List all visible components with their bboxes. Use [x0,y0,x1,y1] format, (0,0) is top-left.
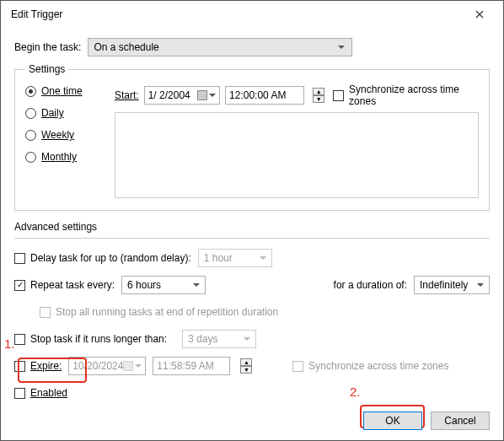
delay-select: 1 hour [198,249,272,267]
expire-time-input[interactable]: 11:58:59 AM [153,357,230,375]
expire-sync-check: Synchronize across time zones [292,360,448,372]
annotation-1: 1. [4,336,15,351]
checkbox-icon [40,307,51,318]
delay-check[interactable]: Delay task for up to (random delay): [14,252,191,264]
stop-longer-check[interactable]: Stop task if it runs longer than: [14,333,167,345]
titlebar: Edit Trigger [1,1,503,28]
repeat-select[interactable]: 6 hours [121,276,206,294]
stop-longer-select: 3 days [182,330,256,348]
start-date-value: 1/ 2/2004 [148,89,190,101]
enabled-check[interactable]: Enabled [14,387,67,399]
expire-time-value: 11:58:59 AM [157,360,213,372]
checkbox-icon [14,253,25,264]
expire-time-spinner[interactable]: ▲ ▼ [240,358,252,374]
radio-onetime-label: One time [41,85,83,97]
sync-timezones-check[interactable]: Synchronize across time zones [333,83,479,107]
radio-icon [25,86,36,97]
close-icon [475,10,484,19]
spin-up-icon[interactable]: ▲ [240,358,252,366]
stop-running-label: Stop all running tasks at end of repetit… [56,306,278,318]
stop-longer-label: Stop task if it runs longer than: [30,333,167,345]
spin-up-icon[interactable]: ▲ [313,88,324,95]
radio-daily[interactable]: Daily [25,107,101,119]
ok-button[interactable]: OK [363,411,422,430]
radio-icon [25,152,36,163]
settings-group: Settings One time Daily Weekly Monthly S… [14,63,490,211]
spin-down-icon[interactable]: ▼ [313,95,324,103]
expire-sync-label: Synchronize across time zones [308,360,448,372]
cancel-button[interactable]: Cancel [431,411,490,430]
duration-select[interactable]: Indefinitely [414,276,490,294]
radio-weekly-label: Weekly [41,129,74,141]
radio-icon [25,130,36,141]
calendar-icon [197,90,207,100]
duration-label: for a duration of: [334,279,407,291]
chevron-down-icon [209,94,216,97]
checkbox-icon [14,388,25,399]
stop-longer-value: 3 days [188,333,217,345]
delay-value: 1 hour [204,252,233,264]
time-spinner[interactable]: ▲ ▼ [313,88,324,103]
checkbox-icon [14,334,25,345]
checkbox-icon [292,361,303,372]
repeat-label: Repeat task every: [30,279,115,291]
checkbox-icon [333,90,344,101]
radio-daily-label: Daily [41,107,64,119]
radio-onetime[interactable]: One time [25,85,101,97]
sync-timezones-label: Synchronize across time zones [349,83,479,107]
spin-down-icon[interactable]: ▼ [240,366,252,374]
chevron-down-icon [135,364,142,368]
radio-monthly-label: Monthly [41,151,77,163]
advanced-title: Advanced settings [14,221,490,233]
checkbox-icon [14,280,25,291]
annotation-box-1 [18,358,87,383]
begin-task-combo[interactable]: On a schedule [88,38,352,56]
delay-label: Delay task for up to (random delay): [30,252,191,264]
stop-running-check: Stop all running tasks at end of repetit… [40,306,278,318]
schedule-detail-panel [115,112,479,198]
radio-weekly[interactable]: Weekly [25,129,101,141]
start-time-input[interactable]: 12:00:00 AM [225,86,304,105]
begin-task-label: Begin the task: [14,41,81,53]
start-label: Start: [115,89,139,101]
duration-value: Indefinitely [420,279,468,291]
radio-icon [25,108,36,119]
enabled-label: Enabled [30,387,67,399]
settings-legend: Settings [25,63,68,75]
start-time-value: 12:00:00 AM [229,89,286,101]
radio-monthly[interactable]: Monthly [25,151,101,163]
repeat-check[interactable]: Repeat task every: [14,279,115,291]
repeat-value: 6 hours [127,279,161,291]
window-title: Edit Trigger [8,8,463,20]
calendar-icon [123,361,133,371]
close-button[interactable] [463,3,496,26]
start-date-input[interactable]: 1/ 2/2004 [144,86,220,105]
annotation-2: 2. [350,385,361,399]
begin-task-value: On a schedule [94,41,158,53]
